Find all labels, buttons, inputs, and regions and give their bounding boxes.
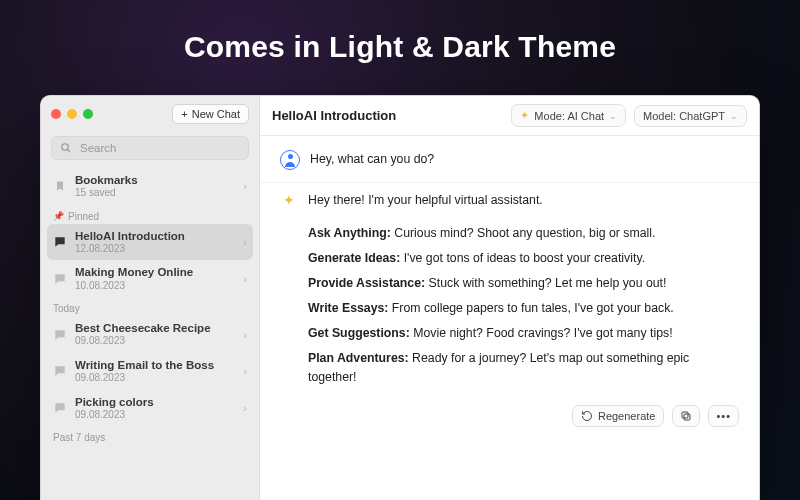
ellipsis-icon: ••• — [716, 410, 731, 422]
chat-item-best-cheesecake-recipe[interactable]: Best Cheesecake Recipe 09.08.2023 › — [41, 316, 259, 353]
chevron-right-icon: › — [243, 402, 247, 414]
chat-bubble-icon — [53, 364, 67, 378]
plus-icon: + — [181, 108, 187, 120]
chat-toolbar: HelloAI Introduction ✦ Mode: AI Chat ⌄ M… — [260, 96, 759, 136]
feature-row: Ask Anything: Curious mind? Shoot any qu… — [308, 224, 739, 243]
pinned-section-label: 📌 Pinned — [41, 205, 259, 224]
chat-item-writing-email-to-the-boss[interactable]: Writing Email to the Boss 09.08.2023 › — [41, 353, 259, 390]
more-actions-button[interactable]: ••• — [708, 405, 739, 427]
feature-row: Get Suggestions: Movie night? Food cravi… — [308, 324, 739, 343]
chevron-right-icon: › — [243, 329, 247, 341]
search-input[interactable] — [78, 141, 240, 155]
main-panel: HelloAI Introduction ✦ Mode: AI Chat ⌄ M… — [260, 96, 759, 500]
message-actions: Regenerate ••• — [260, 401, 759, 427]
close-window-button[interactable] — [51, 109, 61, 119]
svg-point-0 — [62, 144, 69, 151]
bookmarks-title: Bookmarks — [75, 174, 235, 187]
hero-headline: Comes in Light & Dark Theme — [0, 0, 800, 64]
sidebar: + New Chat Bookmarks 15 saved › — [41, 96, 260, 500]
bookmarks-subtitle: 15 saved — [75, 187, 235, 199]
chat-title: HelloAI Introduction — [272, 108, 396, 123]
regenerate-label: Regenerate — [598, 410, 656, 422]
assistant-intro-text: Hey there! I'm your helpful virtual assi… — [308, 191, 739, 210]
chat-item-making-money-online[interactable]: Making Money Online 10.08.2023 › — [41, 260, 259, 297]
app-window: + New Chat Bookmarks 15 saved › — [40, 95, 760, 500]
bookmark-icon — [53, 179, 67, 193]
user-message-text: Hey, what can you do? — [310, 150, 739, 170]
chevron-right-icon: › — [243, 180, 247, 192]
minimize-window-button[interactable] — [67, 109, 77, 119]
chat-bubble-icon — [53, 328, 67, 342]
user-avatar-icon — [280, 150, 300, 170]
chat-bubble-icon — [53, 272, 67, 286]
pin-icon: 📌 — [53, 211, 64, 221]
assistant-message-body: Hey there! I'm your helpful virtual assi… — [308, 191, 739, 393]
model-label: Model: ChatGPT — [643, 110, 725, 122]
new-chat-button[interactable]: + New Chat — [172, 104, 249, 124]
svg-rect-2 — [684, 414, 690, 420]
sparkle-icon: ✦ — [520, 109, 529, 122]
feature-row: Write Essays: From college papers to fun… — [308, 299, 739, 318]
mode-label: Mode: AI Chat — [534, 110, 604, 122]
search-field[interactable] — [51, 136, 249, 160]
feature-row: Provide Assistance: Stuck with something… — [308, 274, 739, 293]
chat-item-helloai-introduction[interactable]: HelloAI Introduction 12.08.2023 › — [47, 224, 253, 261]
mode-selector[interactable]: ✦ Mode: AI Chat ⌄ — [511, 104, 626, 127]
chat-thread: Hey, what can you do? ✦ Hey there! I'm y… — [260, 136, 759, 500]
assistant-message-row: ✦ Hey there! I'm your helpful virtual as… — [260, 183, 759, 401]
svg-line-1 — [68, 150, 71, 153]
chevron-right-icon: › — [243, 273, 247, 285]
refresh-icon — [581, 410, 593, 422]
past-7-days-section-label: Past 7 days — [41, 426, 259, 445]
today-section-label: Today — [41, 297, 259, 316]
chevron-down-icon: ⌄ — [730, 111, 738, 121]
feature-row: Generate Ideas: I've got tons of ideas t… — [308, 249, 739, 268]
chat-item-picking-colors[interactable]: Picking colors 09.08.2023 › — [41, 390, 259, 427]
copy-icon — [680, 410, 692, 422]
svg-rect-3 — [682, 412, 688, 418]
zoom-window-button[interactable] — [83, 109, 93, 119]
titlebar: + New Chat — [41, 96, 259, 132]
assistant-feature-list: Ask Anything: Curious mind? Shoot any qu… — [308, 224, 739, 387]
chevron-right-icon: › — [243, 365, 247, 377]
search-icon — [60, 142, 72, 154]
regenerate-button[interactable]: Regenerate — [572, 405, 665, 427]
chat-bubble-icon — [53, 235, 67, 249]
window-controls — [51, 109, 93, 119]
assistant-sparkle-icon: ✦ — [280, 191, 298, 209]
new-chat-label: New Chat — [192, 108, 240, 120]
chat-bubble-icon — [53, 401, 67, 415]
model-selector[interactable]: Model: ChatGPT ⌄ — [634, 105, 747, 127]
bookmarks-item[interactable]: Bookmarks 15 saved › — [41, 168, 259, 205]
feature-row: Plan Adventures: Ready for a journey? Le… — [308, 349, 739, 387]
copy-button[interactable] — [672, 405, 700, 427]
chevron-down-icon: ⌄ — [609, 111, 617, 121]
chevron-right-icon: › — [243, 236, 247, 248]
user-message-row: Hey, what can you do? — [260, 142, 759, 183]
